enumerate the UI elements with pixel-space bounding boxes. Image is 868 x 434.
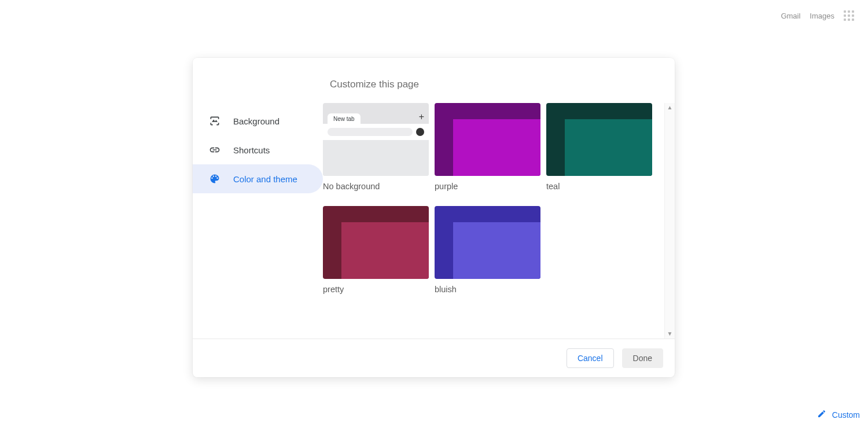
theme-tile-no-background[interactable]: New tab + No background (323, 103, 429, 191)
account-icon (416, 128, 424, 136)
dialog-body: Background Shortcuts Color and theme Cus… (193, 58, 675, 339)
scroll-up-icon[interactable]: ▲ (667, 105, 673, 111)
cancel-button[interactable]: Cancel (567, 348, 614, 368)
dialog-title: Customize this page (323, 58, 675, 103)
theme-label: bluish (435, 285, 540, 294)
theme-label: teal (546, 182, 652, 191)
theme-swatch (323, 206, 429, 279)
apps-grid-icon[interactable] (844, 10, 854, 21)
pencil-icon (817, 409, 826, 420)
gmail-link[interactable]: Gmail (781, 12, 800, 20)
customize-dialog: Background Shortcuts Color and theme Cus… (193, 58, 675, 377)
sidebar-item-label: Background (233, 116, 279, 126)
theme-tile-bluish[interactable]: bluish (435, 206, 540, 294)
dialog-main: Customize this page New tab + (323, 58, 675, 339)
images-link[interactable]: Images (810, 12, 834, 20)
sidebar-item-label: Shortcuts (233, 145, 270, 155)
preview-tab: New tab (328, 113, 361, 124)
top-nav: Gmail Images (781, 10, 854, 21)
sidebar-item-background[interactable]: Background (193, 106, 323, 135)
theme-tile-pretty[interactable]: pretty (323, 206, 429, 294)
theme-tile-purple[interactable]: purple (435, 103, 540, 191)
theme-swatch (435, 103, 540, 176)
theme-tile-teal[interactable]: teal (546, 103, 652, 191)
theme-scroll-wrap: New tab + No background (323, 103, 675, 339)
theme-swatch (546, 103, 652, 176)
customize-label: Custom (832, 410, 860, 420)
theme-label: No background (323, 182, 429, 191)
link-icon (209, 144, 220, 156)
sidebar-item-label: Color and theme (233, 174, 297, 184)
theme-label: pretty (323, 285, 429, 294)
dialog-footer: Cancel Done (193, 339, 675, 377)
done-button[interactable]: Done (622, 348, 663, 368)
customize-button[interactable]: Custom (809, 404, 868, 425)
preview-addressbar (328, 128, 413, 136)
theme-swatch (435, 206, 540, 279)
no-background-preview: New tab + (323, 103, 429, 176)
theme-label: purple (435, 182, 540, 191)
sidebar-item-shortcuts[interactable]: Shortcuts (193, 135, 323, 164)
theme-grid: New tab + No background (323, 103, 664, 339)
sidebar-item-color-theme[interactable]: Color and theme (193, 164, 323, 193)
palette-icon (209, 173, 220, 185)
plus-icon: + (419, 112, 424, 122)
scrollbar[interactable]: ▲ ▼ (664, 103, 675, 339)
image-icon (209, 115, 220, 127)
scroll-down-icon[interactable]: ▼ (667, 331, 673, 337)
sidebar: Background Shortcuts Color and theme (193, 58, 323, 339)
